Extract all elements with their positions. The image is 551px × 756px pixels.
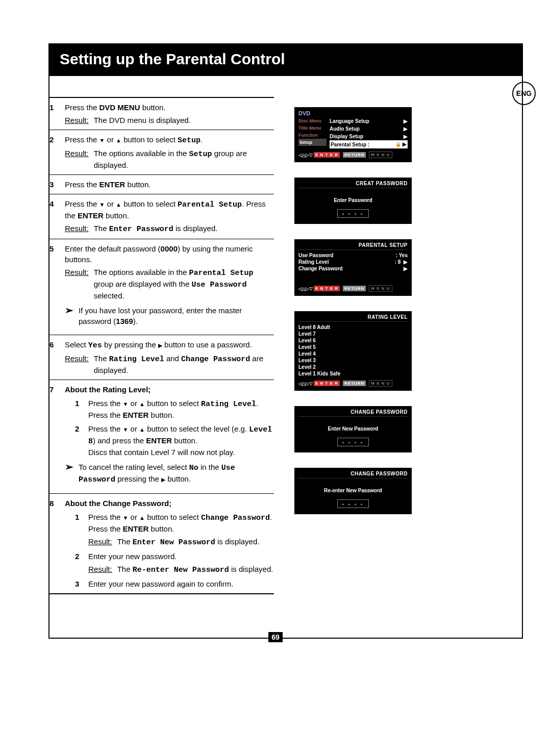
substep: 2 Enter your new password. Result: The R…	[65, 551, 274, 575]
menu-button-label: M E N U	[369, 152, 392, 158]
up-arrow-icon	[116, 199, 121, 208]
menu-item: Display Setup▶	[330, 133, 408, 140]
down-arrow-icon	[123, 513, 129, 521]
result-label: Result:	[88, 564, 112, 575]
password-field: - - - -	[337, 499, 369, 508]
step-number: 1	[49, 102, 59, 125]
osd-header: PARENTAL SETUP	[298, 242, 408, 250]
osd-header: CREAT PASSWORD	[298, 181, 408, 188]
text: button.	[125, 180, 151, 189]
note-text: To cancel the rating level, select No in…	[79, 462, 274, 485]
right-arrow-icon: ▶	[404, 265, 408, 272]
substep: 1 Press the or button to select Rating L…	[65, 398, 274, 420]
result-text: The Enter New Password is displayed.	[117, 536, 274, 548]
result-text: The DVD menu is displayed.	[94, 115, 274, 125]
substep: 1 Press the or button to select Change P…	[65, 512, 274, 548]
step-body: About the Change Password; 1 Press the o…	[65, 498, 274, 589]
step-number: 3	[49, 179, 59, 190]
list-item: Level 5	[298, 344, 408, 350]
list-item: Change Password▶	[298, 265, 408, 272]
menu-item: Audio Setup▶	[330, 125, 408, 133]
up-arrow-icon	[116, 135, 121, 144]
list-item: Level 8 Adult	[298, 324, 408, 331]
list-item: Level 4	[298, 350, 408, 357]
osd-footer: ◁△▷▽ E N T E R RETURN M E N U	[298, 380, 408, 387]
menu-button-label: M E N U	[369, 380, 392, 387]
step-number: 8	[49, 498, 59, 589]
lock-icon	[395, 141, 401, 147]
dpad-icon: ◁△▷▽	[298, 382, 311, 386]
text-bold: ENTER	[78, 211, 104, 220]
result-row: Result: The Rating Level and Change Pass…	[65, 353, 274, 375]
enter-button-label: E N T E R	[314, 152, 340, 158]
step-body: Press the DVD MENU button. Result: The D…	[65, 102, 274, 125]
step-body: Select Yes by pressing the button to use…	[65, 339, 274, 375]
osd-list: Use Password: Yes Rating Level: 8 ▶ Chan…	[298, 252, 408, 272]
list-item: Level 3	[298, 357, 408, 364]
osd-column: DVD Disc Menu Title Menu Function Setup …	[294, 97, 412, 594]
text: Press the	[65, 103, 99, 112]
text-bold: 0000	[161, 244, 178, 253]
note-row: ➢ If you have lost your password, enter …	[65, 305, 274, 326]
text: Press the	[65, 180, 99, 189]
result-text: The Rating Level and Change Password are…	[94, 353, 274, 375]
list-item: Rating Level: 8 ▶	[298, 259, 408, 265]
result-label: Result:	[65, 353, 89, 375]
osd-change-password-enter: CHANGE PASSWORD Enter New Password - - -…	[294, 406, 412, 452]
step-3: 3 Press the ENTER button.	[49, 174, 274, 194]
note-row: ➢ To cancel the rating level, select No …	[65, 462, 274, 485]
list-item: Level 7	[298, 331, 408, 337]
text: button to select	[121, 199, 178, 208]
result-row: Result: The options available in the Set…	[65, 148, 274, 170]
substep-number: 1	[75, 512, 82, 548]
step-1: 1 Press the DVD MENU button. Result: The…	[49, 97, 274, 130]
down-arrow-icon	[99, 135, 105, 144]
osd-header: RATING LEVEL	[298, 314, 408, 322]
osd-label: Re-enter New Password	[298, 481, 408, 496]
text: Press the	[65, 135, 99, 144]
step-5: 5 Enter the default password (0000) by u…	[49, 239, 274, 335]
osd-footer: ◁△▷▽ E N T E R RETURN M E N U	[298, 152, 408, 158]
return-button-label: RETURN	[343, 381, 366, 386]
subsection-title: About the Rating Level;	[65, 384, 274, 395]
up-arrow-icon	[139, 424, 145, 433]
osd-parental-setup: PARENTAL SETUP Use Password: Yes Rating …	[294, 239, 412, 296]
result-row: Result: The options available in the Par…	[65, 267, 274, 301]
text: Press the	[65, 199, 99, 208]
down-arrow-icon	[99, 199, 105, 208]
result-text: The options available in the Parental Se…	[94, 267, 274, 301]
note-icon: ➢	[65, 462, 73, 472]
up-arrow-icon	[139, 399, 145, 408]
text-mono: Parental Setup	[178, 200, 242, 209]
osd-label: Enter New Password	[298, 419, 408, 435]
substep-number: 1	[75, 398, 82, 420]
osd-change-password-reenter: CHANGE PASSWORD Re-enter New Password - …	[294, 468, 412, 514]
password-field: - - - -	[337, 209, 369, 218]
side-item: Disc Menu	[298, 117, 327, 124]
text: Select	[65, 340, 88, 349]
result-label: Result:	[88, 536, 112, 548]
osd-header: CHANGE PASSWORD	[298, 409, 408, 417]
result-text: The options available in the Setup group…	[94, 148, 274, 170]
note-icon: ➢	[65, 305, 73, 315]
dpad-icon: ◁△▷▽	[298, 287, 311, 291]
result-row: Result: The Re-enter New Password is dis…	[88, 564, 274, 575]
result-label: Result:	[65, 223, 89, 235]
text-bold: DVD MENU	[99, 103, 140, 112]
list-item: Level 1 Kids Safe	[298, 370, 408, 377]
osd-header: DVD	[298, 110, 408, 117]
text: or	[105, 199, 116, 208]
substep-body: Press the or button to select Rating Lev…	[88, 398, 274, 420]
list-item: Use Password: Yes	[298, 252, 408, 259]
result-row: Result: The Enter Password is displayed.	[65, 223, 274, 235]
step-body: Press the or button to select Parental S…	[65, 198, 274, 235]
text: by pressing the	[102, 340, 158, 349]
step-6: 6 Select Yes by pressing the button to u…	[49, 335, 274, 380]
result-row: Result: The Enter New Password is displa…	[88, 536, 274, 548]
substep: 3 Enter your new password again to confi…	[65, 578, 274, 589]
step-7: 7 About the Rating Level; 1 Press the or…	[49, 380, 274, 493]
note-text: If you have lost your password, enter th…	[79, 305, 274, 326]
substep-number: 3	[75, 578, 82, 589]
right-arrow-icon: ▶	[404, 133, 408, 140]
result-label: Result:	[65, 148, 89, 170]
